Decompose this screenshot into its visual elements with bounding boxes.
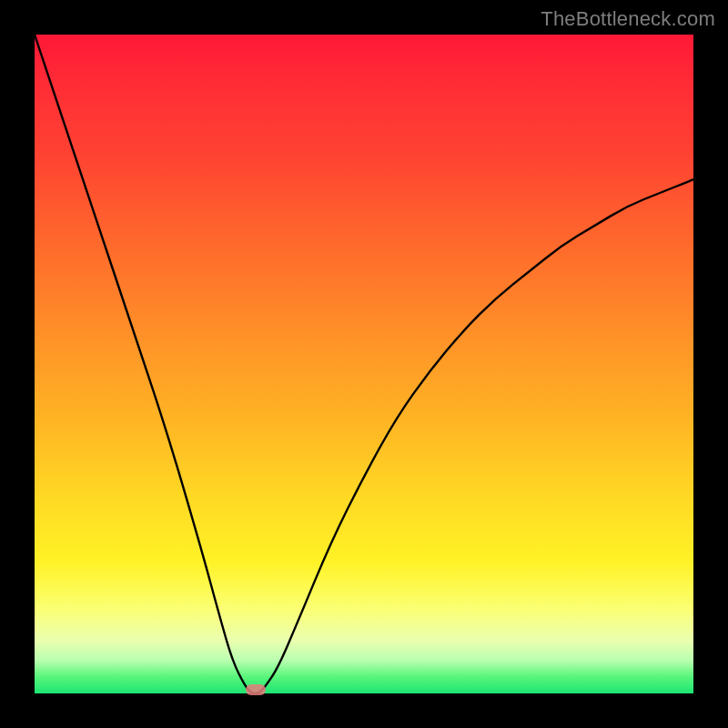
- minimum-marker: [246, 684, 266, 695]
- watermark-text: TheBottleneck.com: [541, 7, 715, 31]
- chart-frame: TheBottleneck.com: [0, 0, 728, 728]
- bottleneck-curve: [35, 35, 693, 693]
- plot-area: [35, 35, 693, 693]
